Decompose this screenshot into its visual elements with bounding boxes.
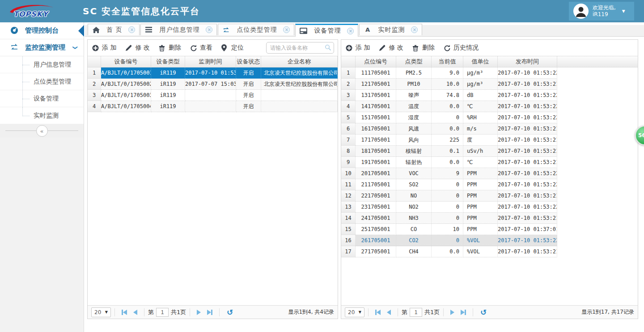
table-cell[interactable]: 225 bbox=[432, 134, 463, 146]
table-cell[interactable]: VOC bbox=[396, 168, 432, 179]
table-cell[interactable]: 2017-07-10 01:53:22 bbox=[185, 67, 236, 79]
table-row[interactable]: 17271705001CH40.0%VOL2017-07-10 01:53:21 bbox=[341, 246, 638, 257]
table-row[interactable]: 16261705001CO20%VOL2017-07-10 01:53:22 bbox=[341, 235, 638, 246]
next-page-button[interactable] bbox=[197, 310, 201, 315]
table-row[interactable]: 1A/BJLT/0/1705001iR1192017-07-10 01:53:2… bbox=[88, 67, 338, 79]
row-number-cell[interactable]: 2 bbox=[88, 79, 101, 90]
table-cell[interactable]: PPM bbox=[463, 168, 498, 179]
sidebar-item-console[interactable]: 管理控制台 bbox=[0, 22, 84, 39]
row-number-cell[interactable]: 8 bbox=[341, 146, 356, 157]
column-header[interactable]: 监测时间 bbox=[185, 56, 236, 67]
sidebar-subitem[interactable]: 用户信息管理 bbox=[0, 56, 84, 73]
table-cell[interactable]: 171705001 bbox=[356, 134, 396, 146]
table-cell[interactable]: 231705001 bbox=[356, 202, 396, 213]
table-cell[interactable]: 北京凌天世纪控股股份有限公司 bbox=[261, 79, 338, 90]
tab[interactable]: 首 页× bbox=[88, 24, 140, 35]
table-cell[interactable]: 0.0 bbox=[432, 101, 463, 112]
toolbar-button[interactable]: 修 改 bbox=[125, 44, 149, 52]
row-number-cell[interactable]: 14 bbox=[341, 213, 356, 224]
table-cell[interactable]: CO2 bbox=[396, 235, 432, 246]
table-cell[interactable]: PPM bbox=[463, 190, 498, 202]
table-cell[interactable]: 0.0 bbox=[432, 157, 463, 168]
table-cell[interactable]: 0 bbox=[432, 213, 463, 224]
row-number-cell[interactable]: 1 bbox=[341, 67, 356, 79]
toolbar-button[interactable]: 删除 bbox=[159, 44, 181, 52]
page-number-input[interactable] bbox=[156, 308, 169, 317]
table-cell[interactable]: SO2 bbox=[396, 179, 432, 190]
page-number-input[interactable] bbox=[410, 308, 422, 317]
table-cell[interactable]: 开启 bbox=[236, 101, 261, 112]
table-row[interactable]: 9191705001辐射热0.0℃2017-07-10 01:53:21 bbox=[341, 157, 638, 168]
table-cell[interactable]: 北京凌天世纪控股股份有限公司 bbox=[261, 67, 338, 79]
table-cell[interactable]: 2017-07-10 01:53:21 bbox=[498, 123, 557, 134]
close-icon[interactable]: × bbox=[206, 26, 212, 33]
table-row[interactable]: 12221705001NO0PPM2017-07-10 01:53:21 bbox=[341, 190, 638, 202]
table-cell[interactable]: 2017-07-10 01:53:22 bbox=[498, 67, 557, 79]
row-number-cell[interactable]: 6 bbox=[341, 123, 356, 134]
row-number-cell[interactable]: 9 bbox=[341, 157, 356, 168]
sidebar-collapse-button[interactable]: « bbox=[36, 125, 48, 137]
table-cell[interactable]: 9 bbox=[432, 168, 463, 179]
first-page-button[interactable] bbox=[375, 310, 381, 315]
table-cell[interactable]: PM10 bbox=[396, 79, 432, 90]
column-header[interactable]: 设备类型 bbox=[151, 56, 185, 67]
table-cell[interactable]: 221705001 bbox=[356, 190, 396, 202]
table-row[interactable]: 10201705001VOC9PPM2017-07-10 01:53:22 bbox=[341, 168, 638, 179]
row-number-cell[interactable]: 11 bbox=[341, 179, 356, 190]
table-cell[interactable]: 2017-07-10 01:37:01 bbox=[498, 224, 557, 235]
table-cell[interactable]: 181705001 bbox=[356, 146, 396, 157]
toolbar-button[interactable]: 历史情况 bbox=[444, 44, 479, 52]
table-cell[interactable]: 度 bbox=[463, 134, 498, 146]
table-cell[interactable]: iR119 bbox=[151, 67, 185, 79]
toolbar-button[interactable]: 定位 bbox=[221, 44, 244, 52]
table-cell[interactable]: 2017-07-10 01:53:21 bbox=[498, 246, 557, 257]
sidebar-subitem[interactable]: 点位类型管理 bbox=[0, 73, 84, 90]
table-cell[interactable]: dB bbox=[463, 90, 498, 101]
column-header[interactable]: 发布时间 bbox=[498, 56, 557, 67]
column-header[interactable]: 当前值 bbox=[432, 56, 463, 67]
table-cell[interactable]: 211705001 bbox=[356, 179, 396, 190]
page-size-select[interactable]: 20 ▼ bbox=[345, 307, 364, 317]
table-row[interactable]: 2A/BJLT/0/1705002iR1192017-07-07 15:03:0… bbox=[88, 79, 338, 90]
tab[interactable]: 点位类型管理× bbox=[218, 24, 294, 35]
table-row[interactable]: 13231705001NO20PPM2017-07-10 01:53:22 bbox=[341, 202, 638, 213]
table-cell[interactable]: CH4 bbox=[396, 246, 432, 257]
table-cell[interactable]: 2017-07-10 01:53:22 bbox=[498, 168, 557, 179]
table-cell[interactable]: 湿度 bbox=[396, 112, 432, 123]
row-number-cell[interactable]: 16 bbox=[341, 235, 356, 246]
row-number-cell[interactable]: 13 bbox=[341, 202, 356, 213]
column-header[interactable]: 值单位 bbox=[463, 56, 498, 67]
table-row[interactable]: 2121705001PM1010.0μg/m³2017-07-10 01:53:… bbox=[341, 79, 638, 90]
table-cell[interactable]: 191705001 bbox=[356, 157, 396, 168]
table-cell[interactable]: A/BJLT/0/1705004 bbox=[101, 101, 151, 112]
next-page-button[interactable] bbox=[450, 310, 454, 315]
table-cell[interactable]: 0.0 bbox=[432, 123, 463, 134]
close-icon[interactable]: × bbox=[283, 26, 290, 33]
table-cell[interactable]: %VOL bbox=[463, 246, 498, 257]
table-cell[interactable]: %RH bbox=[463, 112, 498, 123]
table-cell[interactable]: PPM bbox=[463, 179, 498, 190]
table-cell[interactable]: m/s bbox=[463, 123, 498, 134]
toolbar-button[interactable]: 添 加 bbox=[346, 44, 370, 52]
table-cell[interactable]: CO bbox=[396, 224, 432, 235]
table-cell[interactable]: A/BJLT/0/1705001 bbox=[101, 67, 151, 79]
table-row[interactable]: 4141705001温度0.0℃2017-07-10 01:53:22 bbox=[341, 101, 638, 112]
table-cell[interactable]: 开启 bbox=[236, 67, 261, 79]
table-cell[interactable]: 0 bbox=[432, 202, 463, 213]
table-cell[interactable]: 2017-07-10 01:53:21 bbox=[498, 146, 557, 157]
table-cell[interactable]: 271705001 bbox=[356, 246, 396, 257]
table-cell[interactable]: 核辐射 bbox=[396, 146, 432, 157]
toolbar-button[interactable]: 查看 bbox=[190, 44, 212, 52]
table-cell[interactable]: 辐射热 bbox=[396, 157, 432, 168]
table-cell[interactable]: 2017-07-10 01:53:22 bbox=[498, 179, 557, 190]
table-cell[interactable]: 2017-07-10 01:53:22 bbox=[498, 202, 557, 213]
search-input[interactable] bbox=[266, 42, 334, 54]
user-menu[interactable]: 欢迎光临, iR119 ▼ bbox=[569, 2, 634, 21]
row-number-cell[interactable]: 1 bbox=[88, 67, 101, 79]
row-number-cell[interactable]: 5 bbox=[341, 112, 356, 123]
table-cell[interactable]: uSv/h bbox=[463, 146, 498, 157]
table-cell[interactable]: 0.0 bbox=[432, 246, 463, 257]
table-cell[interactable]: 风速 bbox=[396, 123, 432, 134]
table-cell[interactable] bbox=[261, 101, 338, 112]
sidebar-item-monitor-mgmt[interactable]: 监控监测管理❯ bbox=[0, 39, 84, 56]
